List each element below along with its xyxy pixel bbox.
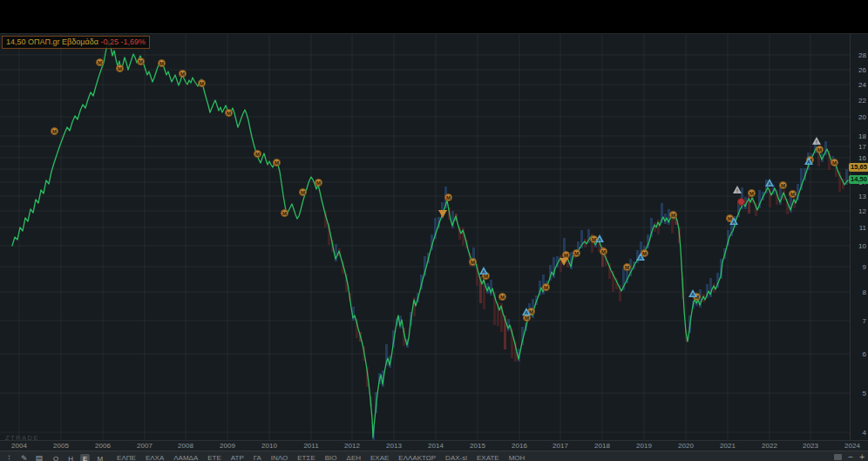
event-marker-dividend[interactable]: Μ — [116, 64, 124, 72]
event-marker-dividend[interactable]: Μ — [225, 109, 233, 117]
ticker-ΕΛΛΑΚΤΩΡ[interactable]: ΕΛΛΑΚΤΩΡ — [398, 454, 436, 461]
year-tick-label: 2008 — [173, 442, 198, 450]
ticker-ΕΤΕ[interactable]: ΕΤΕ — [207, 454, 221, 461]
last-price-badge[interactable]: 14,50 — [849, 175, 868, 184]
year-tick-label: 2024 — [840, 442, 865, 450]
event-markers-layer: ΜΜΜΜΜΜΜΜΜΜΜΜΜΜΜΜΜΜΜΜΜΜΜΜΜΜΜΜΜΜΜΜΜΜΜΑΑΑΑΑ… — [0, 34, 850, 441]
event-marker-dividend[interactable]: Μ — [498, 293, 506, 301]
event-marker-dividend[interactable]: Μ — [669, 211, 677, 219]
event-marker-dividend[interactable]: Μ — [573, 249, 580, 257]
instrument-legend[interactable]: 14,50 ΟΠΑΠ.gr Εβδομάδα -0,25 -1,69% — [2, 36, 150, 49]
ticker-ΙΝΛΟ[interactable]: ΙΝΛΟ — [271, 454, 288, 461]
year-tick-label: 2006 — [91, 442, 115, 450]
bottom-toolbar: ⋮ ✎ ▤ ΟΗΕΜ ΕΛΠΕΕΛΧΑΛΑΜΔΑΕΤΕΑΤΡΓΑΙΝΛΟΕΤΣΕ… — [0, 451, 868, 461]
event-marker-dividend[interactable]: Μ — [542, 283, 550, 291]
event-marker-gray[interactable]: ! — [812, 137, 821, 145]
event-marker-dividend[interactable]: Μ — [831, 159, 838, 166]
zoom-in-button[interactable]: + — [859, 453, 865, 461]
year-tick-label: 2014 — [424, 442, 448, 450]
event-marker-dividend[interactable]: Μ — [137, 58, 145, 65]
timeframe-label: Εβδομάδα — [62, 37, 98, 46]
symbol-label: ΟΠΑΠ.gr — [28, 37, 60, 46]
ticker-ΔΕΗ[interactable]: ΔΕΗ — [347, 454, 361, 461]
timeframe-Ο[interactable]: Ο — [51, 454, 61, 461]
zoom-out-button[interactable]: − — [848, 453, 853, 461]
top-black-bar — [0, 0, 868, 33]
year-tick-label: 2017 — [548, 442, 573, 450]
event-marker-dividend[interactable]: Μ — [748, 189, 756, 197]
event-marker-dividend[interactable]: Μ — [562, 251, 570, 259]
change-label: -0,25 — [100, 37, 119, 46]
table-icon[interactable]: ▤ — [36, 454, 44, 461]
ticker-ΕΤΣΕ[interactable]: ΕΤΣΕ — [297, 454, 315, 461]
pencil-icon[interactable]: ✎ — [21, 454, 28, 461]
ztrade-app: ΜΜΜΜΜΜΜΜΜΜΜΜΜΜΜΜΜΜΜΜΜΜΜΜΜΜΜΜΜΜΜΜΜΜΜΑΑΑΑΑ… — [0, 0, 868, 461]
timeframe-Η[interactable]: Η — [65, 454, 76, 461]
ticker-ΓΑ[interactable]: ΓΑ — [254, 454, 261, 461]
event-marker-dividend[interactable]: Μ — [198, 79, 206, 87]
event-marker-dividend[interactable]: Μ — [96, 58, 104, 66]
year-tick-label: 2018 — [590, 442, 614, 450]
ticker-ΒΙΟ[interactable]: ΒΙΟ — [325, 454, 337, 461]
ticker-ΛΑΜΔΑ[interactable]: ΛΑΜΔΑ — [173, 454, 198, 461]
year-tick-label: 2011 — [299, 442, 323, 450]
timeframe-buttons: ΟΗΕΜ — [51, 454, 110, 461]
ticker-ΑΤΡ[interactable]: ΑΤΡ — [231, 454, 244, 461]
last-price-label: 14,50 — [6, 37, 26, 46]
chart-region[interactable]: ΜΜΜΜΜΜΜΜΜΜΜΜΜΜΜΜΜΜΜΜΜΜΜΜΜΜΜΜΜΜΜΜΜΜΜΑΑΑΑΑ… — [0, 33, 868, 441]
year-tick-label: 2023 — [798, 442, 823, 450]
kebab-menu-icon[interactable]: ⋮ — [5, 454, 13, 461]
event-marker-gray[interactable]: ! — [733, 186, 742, 193]
event-marker-dividend[interactable]: Μ — [299, 188, 307, 196]
year-tick-label: 2009 — [215, 442, 240, 450]
event-marker-dividend[interactable]: Μ — [789, 190, 797, 198]
year-tick-label: 2005 — [49, 442, 73, 450]
chart-zoom-controls: − + — [834, 453, 865, 461]
event-marker-dividend[interactable]: Μ — [600, 247, 607, 255]
event-marker-dividend[interactable]: Μ — [254, 150, 261, 158]
price-axis[interactable]: 282624222018171615141312111098765415,651… — [850, 34, 868, 441]
year-tick-label: 2019 — [632, 442, 656, 450]
ticker-ΕΧΑΕ[interactable]: ΕΧΑΕ — [370, 454, 389, 461]
event-marker-dividend[interactable]: Μ — [623, 263, 631, 271]
year-tick-label: 2022 — [757, 442, 782, 450]
event-marker-dividend[interactable]: Μ — [315, 179, 322, 186]
ticker-ΕΛΧΑ[interactable]: ΕΛΧΑ — [146, 454, 164, 461]
event-marker-blue[interactable]: Α — [765, 179, 774, 186]
timeframe-Ε[interactable]: Ε — [80, 454, 90, 461]
ticker-list: ΕΛΠΕΕΛΧΑΛΑΜΔΑΕΤΕΑΤΡΓΑΙΝΛΟΕΤΣΕΒΙΟΔΕΗΕΧΑΕΕ… — [117, 454, 525, 461]
event-marker-dividend[interactable]: Μ — [51, 127, 58, 135]
ticker-DAX-sl[interactable]: DAX-sl — [445, 454, 467, 461]
year-tick-label: 2013 — [382, 442, 406, 450]
ticker-ΕΛΠΕ[interactable]: ΕΛΠΕ — [117, 454, 136, 461]
event-marker-dividend[interactable]: Μ — [273, 159, 281, 166]
event-marker-orange-triangle[interactable] — [438, 210, 447, 218]
event-marker-dividend[interactable]: Μ — [779, 181, 787, 189]
event-marker-dividend[interactable]: Μ — [158, 59, 166, 67]
panel-icon[interactable] — [834, 454, 842, 460]
event-marker-dividend[interactable]: Μ — [816, 146, 824, 153]
year-tick-label: 2007 — [132, 442, 157, 450]
timeframe-Μ[interactable]: Μ — [94, 454, 105, 461]
ticker-ΜΟΗ[interactable]: ΜΟΗ — [509, 454, 526, 461]
event-marker-dividend[interactable]: Μ — [444, 193, 452, 201]
event-marker-dividend[interactable]: Μ — [281, 209, 288, 217]
year-tick-label: 2015 — [465, 442, 490, 450]
year-tick-label: 2021 — [715, 442, 740, 450]
event-marker-orange-triangle[interactable] — [559, 258, 568, 266]
event-marker-dividend[interactable]: Μ — [469, 258, 477, 266]
year-tick-label: 2010 — [257, 442, 281, 450]
event-marker-red[interactable] — [737, 198, 745, 206]
year-tick-label: 2012 — [340, 442, 364, 450]
year-tick-label: 2016 — [507, 442, 532, 450]
event-marker-blue[interactable]: Α — [479, 267, 488, 275]
change-pct-label: -1,69% — [120, 37, 146, 46]
event-marker-dividend[interactable]: Μ — [179, 70, 186, 78]
ticker-ΕΧΑΤΕ[interactable]: ΕΧΑΤΕ — [477, 454, 499, 461]
year-tick-label: 2020 — [674, 442, 698, 450]
upper-price-badge[interactable]: 15,65 — [849, 163, 868, 172]
year-tick-label: 2004 — [7, 442, 31, 450]
